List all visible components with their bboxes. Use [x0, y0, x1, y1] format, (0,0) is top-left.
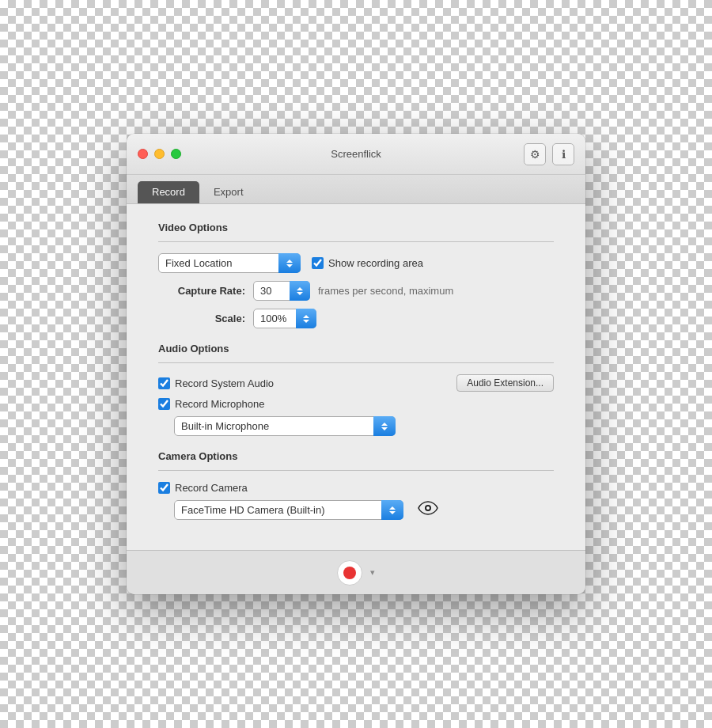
audio-options-section: Audio Options Record System Audio Audio … [158, 343, 554, 436]
record-dropdown-arrow[interactable]: ▾ [370, 567, 375, 578]
tab-record[interactable]: Record [138, 181, 199, 203]
record-system-audio-checkbox-row: Record System Audio [158, 377, 449, 389]
record-button[interactable] [337, 560, 362, 586]
capture-rate-spinbox-wrapper [253, 281, 310, 301]
capture-rate-label: Capture Rate: [158, 285, 245, 297]
camera-preview-icon[interactable] [418, 501, 438, 519]
location-select[interactable]: Fixed Location Follow Mouse Full Screen [158, 253, 301, 273]
tab-export[interactable]: Export [199, 181, 258, 203]
record-system-audio-row: Record System Audio Audio Extension... [158, 374, 554, 392]
capture-rate-hint: frames per second, maximum [318, 285, 453, 297]
audio-options-title: Audio Options [158, 343, 554, 355]
camera-options-section: Camera Options Record Camera FaceTime HD… [158, 450, 554, 520]
title-bar-actions: ⚙ ℹ [524, 143, 574, 165]
microphone-select[interactable]: Built-in Microphone External Microphone [174, 416, 396, 436]
scale-input[interactable] [253, 309, 316, 328]
app-window: Screenflick ⚙ ℹ Record Export Video Opti… [127, 134, 585, 594]
minimize-button[interactable] [154, 149, 165, 159]
capture-rate-row: Capture Rate: frames per second, maximum [158, 281, 554, 301]
show-recording-area-checkbox[interactable] [312, 257, 324, 269]
capture-rate-input[interactable] [253, 281, 310, 301]
record-system-audio-checkbox[interactable] [158, 377, 170, 389]
tab-bar: Record Export [127, 175, 585, 204]
record-camera-row: Record Camera [158, 482, 554, 494]
microphone-select-row: Built-in Microphone External Microphone [174, 416, 554, 436]
video-options-section: Video Options Fixed Location Follow Mous… [158, 222, 554, 328]
scale-row: Scale: [158, 309, 554, 328]
window-title: Screenflick [331, 148, 381, 160]
show-recording-area-row: Show recording area [312, 257, 423, 269]
record-microphone-checkbox[interactable] [158, 398, 170, 410]
camera-options-title: Camera Options [158, 450, 554, 462]
record-microphone-row: Record Microphone [158, 398, 554, 410]
video-options-divider [158, 241, 554, 242]
scale-label: Scale: [158, 313, 245, 324]
info-icon: ℹ [562, 148, 566, 161]
traffic-lights [138, 149, 181, 159]
scale-spinbox-wrapper [253, 309, 316, 328]
maximize-button[interactable] [171, 149, 181, 159]
show-recording-area-label: Show recording area [328, 257, 423, 269]
record-camera-checkbox[interactable] [158, 482, 170, 494]
video-options-title: Video Options [158, 222, 554, 233]
record-microphone-label: Record Microphone [175, 398, 264, 410]
audio-extension-button[interactable]: Audio Extension... [456, 374, 554, 392]
title-bar: Screenflick ⚙ ℹ [127, 134, 585, 175]
location-select-wrapper: Fixed Location Follow Mouse Full Screen [158, 253, 301, 273]
camera-select[interactable]: FaceTime HD Camera (Built-in) No Camera [174, 500, 403, 520]
svg-point-1 [426, 506, 430, 510]
camera-options-divider [158, 470, 554, 471]
microphone-select-wrapper: Built-in Microphone External Microphone [174, 416, 396, 436]
record-system-audio-label: Record System Audio [175, 377, 274, 389]
content-area: Video Options Fixed Location Follow Mous… [127, 204, 585, 550]
camera-select-row: FaceTime HD Camera (Built-in) No Camera [174, 500, 554, 520]
location-row: Fixed Location Follow Mouse Full Screen … [158, 253, 554, 273]
camera-select-wrapper: FaceTime HD Camera (Built-in) No Camera [174, 500, 403, 520]
close-button[interactable] [138, 149, 148, 159]
audio-options-divider [158, 362, 554, 363]
record-camera-label: Record Camera [175, 482, 248, 494]
record-dot-icon [343, 567, 356, 579]
settings-button[interactable]: ⚙ [524, 143, 546, 165]
bottom-bar: ▾ [127, 550, 585, 594]
gear-icon: ⚙ [530, 148, 540, 161]
info-button[interactable]: ℹ [552, 143, 574, 165]
